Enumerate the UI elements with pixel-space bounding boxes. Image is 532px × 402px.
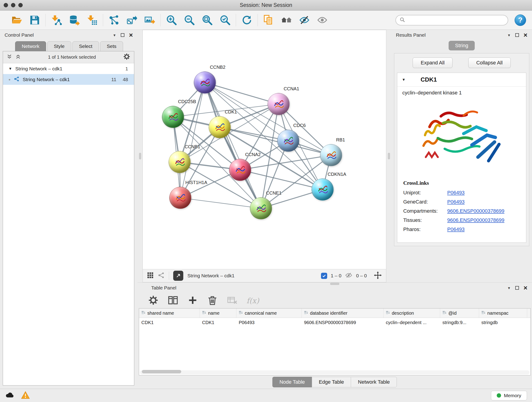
column-header-canonical-name[interactable]: canonical name [236, 308, 302, 318]
birdseye-view-icon[interactable] [147, 272, 154, 280]
clone-network-button[interactable] [126, 14, 138, 26]
table-cell[interactable]: CDK1 [200, 318, 236, 327]
network-row[interactable]: ● String Network – cdk1 1148 [3, 74, 134, 85]
memory-button[interactable]: Memory [491, 391, 527, 400]
node-table[interactable]: shared namenamecanonical namedatabase id… [139, 308, 531, 375]
protein-card-header[interactable]: ▼ CDK1 [397, 73, 526, 87]
network-node-CCNA2[interactable] [229, 159, 251, 181]
collapse-section-icon[interactable]: ▼ [402, 78, 405, 82]
collapse-icon[interactable]: ▼ [8, 67, 12, 71]
cloud-icon[interactable] [5, 390, 14, 401]
table-cell[interactable]: stringdb:9... [440, 318, 479, 327]
zoom-window-button[interactable] [18, 3, 23, 7]
expand-all-icon[interactable] [15, 54, 21, 61]
column-header-@id[interactable]: @id [440, 308, 479, 318]
float-panel-icon[interactable] [515, 33, 519, 37]
table-cell[interactable]: stringdb [479, 318, 527, 327]
open-session-button[interactable] [11, 14, 23, 26]
close-panel-icon[interactable]: × [129, 33, 133, 37]
network-node-CCNB1[interactable] [169, 151, 191, 173]
zoom-fit-button[interactable] [201, 14, 213, 26]
show-all-button[interactable] [316, 14, 328, 26]
share-network-icon[interactable] [158, 272, 165, 280]
network-canvas[interactable]: CCNB2CCNA1CDC25BCDK1CDC6RB1CCNB1CCNA2CDK… [143, 30, 386, 269]
table-cell[interactable]: cyclin–dependent ... [384, 318, 440, 327]
hidden-eye-icon[interactable] [345, 272, 352, 280]
collapse-all-button[interactable]: Collapse All [468, 57, 511, 68]
expand-all-button[interactable]: Expand All [413, 57, 452, 68]
network-from-selection-button[interactable] [108, 14, 120, 26]
close-panel-icon[interactable]: × [524, 286, 527, 290]
gear-icon[interactable] [123, 53, 130, 61]
float-panel-icon[interactable] [121, 33, 124, 37]
close-window-button[interactable] [4, 3, 8, 7]
column-header-shared-name[interactable]: shared name [139, 308, 200, 318]
horizontal-scrollbar[interactable] [140, 370, 530, 375]
network-node-RB1[interactable] [320, 144, 342, 166]
export-network-button[interactable] [173, 271, 183, 281]
zoom-in-button[interactable] [165, 14, 177, 26]
add-column-icon[interactable] [187, 295, 198, 306]
table-cell[interactable]: CDK1 [139, 318, 200, 327]
network-collection-row[interactable]: ▼ String Network – cdk1 1 [3, 63, 134, 74]
panel-menu-icon[interactable]: ▼ [507, 33, 511, 37]
tab-string[interactable]: String [449, 41, 475, 51]
export-image-button[interactable] [143, 14, 156, 26]
close-panel-icon[interactable]: × [524, 33, 527, 37]
delete-column-icon[interactable] [207, 295, 218, 306]
hide-selected-button[interactable] [298, 14, 310, 26]
search-box[interactable] [395, 15, 508, 26]
crosslink-link-uniprot[interactable]: P06493 [447, 190, 465, 196]
tab-node-table[interactable]: Node Table [272, 377, 312, 387]
help-button[interactable]: ? [515, 14, 526, 26]
crosslink-link-pharos[interactable]: P06493 [447, 226, 465, 232]
panel-menu-icon[interactable]: ▼ [507, 286, 511, 290]
import-network-database-button[interactable] [68, 14, 80, 26]
apply-layout-button[interactable] [241, 14, 253, 26]
column-header-name[interactable]: name [200, 308, 236, 318]
network-node-CDC6[interactable] [277, 130, 299, 152]
search-input[interactable] [407, 17, 504, 23]
left-splitter[interactable] [138, 30, 143, 282]
crosslink-link-tissues[interactable]: 9606.ENSP00000378699 [447, 217, 505, 223]
column-header-database-identifier[interactable]: database identifier [302, 308, 384, 318]
network-node-CDKN1A[interactable] [312, 179, 334, 201]
tab-network[interactable]: Network [15, 41, 46, 51]
network-node-CDC25B[interactable] [162, 106, 184, 128]
crosslink-link-compartments[interactable]: 9606.ENSP00000378699 [447, 208, 505, 214]
zoom-selected-button[interactable] [219, 14, 231, 26]
tab-sets[interactable]: Sets [100, 41, 123, 51]
table-row[interactable]: CDK1CDK1P064939606.ENSP00000378699cyclin… [139, 318, 530, 327]
zoom-out-button[interactable] [183, 14, 196, 26]
warning-icon[interactable] [21, 391, 30, 400]
table-cell[interactable]: P06493 [236, 318, 302, 327]
fit-content-icon[interactable] [374, 271, 382, 281]
panel-menu-icon[interactable]: ▼ [113, 33, 116, 37]
show-legend-button[interactable] [280, 14, 293, 26]
table-cell[interactable]: 9606.ENSP00000378699 [302, 318, 384, 327]
collapse-all-icon[interactable] [7, 54, 12, 61]
show-columns-icon[interactable] [168, 295, 178, 306]
minimize-window-button[interactable] [11, 3, 15, 7]
column-header-namespac[interactable]: namespac [479, 308, 527, 318]
tab-style[interactable]: Style [47, 41, 71, 51]
tab-edge-table[interactable]: Edge Table [312, 377, 351, 387]
right-splitter[interactable] [386, 30, 391, 282]
network-node-CDK1[interactable] [209, 116, 231, 138]
tab-network-table[interactable]: Network Table [351, 377, 397, 387]
network-node-CCNB2[interactable] [194, 71, 216, 94]
selected-checkbox[interactable] [321, 273, 327, 279]
import-network-file-button[interactable] [50, 14, 63, 26]
float-panel-icon[interactable] [515, 286, 519, 290]
save-session-button[interactable] [28, 14, 41, 26]
network-node-HIST1H1A[interactable] [169, 187, 191, 209]
gear-icon[interactable] [148, 295, 158, 306]
column-header-description[interactable]: description [384, 308, 440, 318]
tab-select[interactable]: Select [72, 41, 99, 51]
import-table-file-button[interactable] [86, 14, 98, 26]
copy-document-button[interactable] [262, 14, 275, 26]
table-panel-splitter[interactable] [330, 283, 339, 285]
network-node-CCNE1[interactable] [250, 197, 272, 219]
crosslink-link-genecard[interactable]: P06493 [447, 199, 465, 205]
network-node-CCNA1[interactable] [268, 93, 290, 115]
